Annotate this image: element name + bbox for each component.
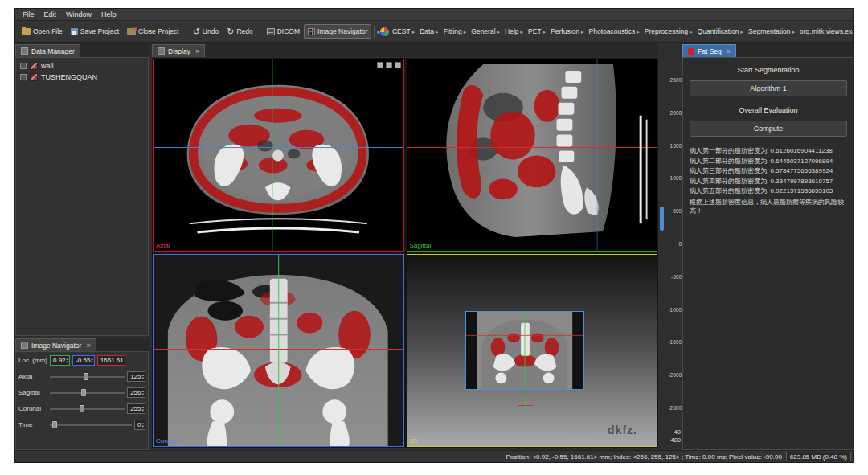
- lw-tick: 1500: [670, 143, 682, 149]
- spinner-arrows-icon[interactable]: ▴▾: [141, 422, 144, 428]
- undo-button[interactable]: ↺ Undo: [189, 24, 223, 39]
- fat-seg-tabbar: Fat Seg ×: [682, 43, 854, 57]
- image-navigator-button[interactable]: Image Navigator: [304, 24, 371, 39]
- level-value: 40: [670, 428, 681, 436]
- redo-button[interactable]: ↻ Redo: [223, 24, 257, 39]
- fat-seg-panel: Fat Seg × Start Segmentation Algorithm 1…: [682, 43, 854, 450]
- node-visibility-checkbox[interactable]: [20, 63, 27, 69]
- menu-bar: File Edit Window Help: [15, 9, 853, 21]
- toolbar-menu-preprocessing[interactable]: Preprocessing ▸: [641, 26, 694, 37]
- spinner-arrows-icon[interactable]: ▴▾: [67, 358, 69, 363]
- spinner-arrows-icon[interactable]: ▴▾: [141, 390, 144, 395]
- time-spinbox[interactable]: 0 ▴▾: [134, 420, 145, 430]
- algorithm-1-button[interactable]: Algorithm 1: [690, 80, 847, 96]
- location-label: Loc. (mm): [18, 357, 47, 364]
- sagittal-viewport[interactable]: Sagittal: [407, 59, 658, 252]
- coronal-slice-value: 255: [130, 405, 141, 412]
- dicom-button[interactable]: DICOM: [263, 24, 304, 39]
- threed-view-label: 3D: [410, 437, 418, 444]
- menu-label: Fitting: [444, 27, 462, 35]
- image-navigator-icon: [308, 28, 315, 35]
- compute-button[interactable]: Compute: [690, 121, 847, 137]
- toolbar-menu-pet[interactable]: PET ▸: [525, 26, 547, 37]
- location-x-spinbox[interactable]: 0.92 ▴▾: [50, 355, 70, 366]
- sagittal-slice-spinbox[interactable]: 256 ▴▾: [127, 387, 145, 398]
- tab-image-navigator[interactable]: Image Navigator ×: [15, 338, 96, 351]
- location-y-value: -0.55: [76, 357, 90, 364]
- axial-ct-image: [154, 59, 403, 251]
- coronal-slider[interactable]: [50, 404, 125, 413]
- toolbar-menu-example-views[interactable]: org.mitk.views.example... ▸: [796, 26, 853, 37]
- menu-file[interactable]: File: [18, 10, 39, 18]
- coronal-slider-row: Coronal 255 ▴▾: [18, 403, 145, 414]
- coronal-view-label: Coronal: [156, 437, 178, 444]
- axial-slice-spinbox[interactable]: 125 ▴▾: [127, 371, 145, 382]
- menu-edit[interactable]: Edit: [39, 10, 62, 18]
- threed-viewport[interactable]: MITK dkfz. 3D: [407, 254, 658, 447]
- overall-evaluation-title: Overall Evaluation: [690, 106, 847, 114]
- node-visibility-checkbox[interactable]: [20, 74, 27, 80]
- menu-label: org.mitk.views.example...: [800, 27, 853, 35]
- spinner-arrows-icon[interactable]: ▴▾: [91, 358, 93, 363]
- sagittal-ct-image: [407, 59, 657, 251]
- tab-fat-seg[interactable]: Fat Seg ×: [682, 44, 736, 57]
- close-icon[interactable]: ×: [86, 342, 90, 350]
- save-project-button[interactable]: Save Project: [67, 24, 123, 39]
- close-icon[interactable]: ×: [195, 47, 199, 55]
- level-window-handle[interactable]: [660, 207, 664, 231]
- view-category-icon[interactable]: [380, 27, 389, 36]
- mitk-logo: MITK: [568, 424, 599, 436]
- spinner-arrows-icon[interactable]: ▴▾: [141, 374, 144, 379]
- tab-display[interactable]: Display ×: [152, 44, 205, 57]
- sagittal-view-label: Sagittal: [410, 242, 432, 249]
- toolbar-menu-general[interactable]: General ▸: [468, 26, 502, 37]
- save-project-label: Save Project: [80, 27, 119, 35]
- toolbar-menu-photoacoustics[interactable]: Photoacoustics ▸: [586, 26, 641, 37]
- sagittal-slice-value: 256: [130, 389, 141, 396]
- toolbar-menu-help[interactable]: Help ▸: [502, 26, 525, 37]
- time-slider[interactable]: [50, 420, 132, 429]
- tab-data-manager[interactable]: Data Manager: [15, 44, 80, 57]
- menu-label: CEST: [392, 27, 411, 35]
- position-status-text: Position: <0.92, -0.55, 1661.61> mm; Ind…: [506, 453, 782, 461]
- time-slider-row: Time 0 ▴▾: [18, 420, 145, 430]
- image-node-icon: [30, 73, 38, 81]
- submenu-arrow-icon: ▸: [543, 29, 547, 35]
- submenu-arrow-icon: ▸: [521, 29, 524, 35]
- submenu-arrow-icon: ▸: [497, 29, 501, 35]
- open-file-button[interactable]: Open File: [18, 24, 67, 39]
- viewport-crosshair-icon[interactable]: [377, 62, 383, 68]
- coronal-slice-spinbox[interactable]: 255 ▴▾: [127, 403, 145, 414]
- menu-window[interactable]: Window: [61, 10, 96, 18]
- tree-item-tushengquan[interactable]: TUSHENGQUAN: [18, 72, 146, 83]
- display-tab-icon: [158, 47, 165, 55]
- toolbar-menu-perfusion[interactable]: Perfusion ▸: [547, 26, 585, 37]
- location-z-spinbox[interactable]: 1661.61: [97, 355, 125, 366]
- result-line: 病人第二部分的脂肪密度为: 0.6445037127096894: [690, 157, 847, 166]
- toolbar-menu-data[interactable]: Data ▸: [416, 26, 440, 37]
- menu-label: PET: [528, 27, 542, 35]
- coronal-slider-label: Coronal: [18, 405, 47, 412]
- coronal-ct-image: [154, 255, 403, 446]
- axial-viewport[interactable]: Axial: [153, 59, 404, 252]
- threed-slice-image[interactable]: [465, 311, 584, 390]
- tree-item-wall[interactable]: wall: [18, 60, 146, 72]
- menu-label: General: [471, 27, 495, 35]
- viewport-settings-icon[interactable]: [395, 62, 401, 68]
- location-y-spinbox[interactable]: -0.55 ▴▾: [72, 355, 95, 366]
- sagittal-slider[interactable]: [50, 388, 125, 397]
- toolbar-menu-fitting[interactable]: Fitting ▸: [440, 26, 469, 37]
- close-project-button[interactable]: Close Project: [123, 24, 183, 39]
- viewport-layout-icon[interactable]: [386, 62, 392, 68]
- result-line: 病人第五部分的脂肪密度为: 0.0221571536655105: [690, 186, 847, 196]
- lw-tick: -500: [671, 274, 682, 280]
- toolbar-menu-cest[interactable]: CEST ▸: [389, 26, 416, 37]
- spinner-arrows-icon[interactable]: ▴▾: [141, 406, 144, 412]
- toolbar-menu-segmentation[interactable]: Segmentation ▸: [745, 26, 796, 37]
- toolbar-menu-quantification[interactable]: Quantification ▸: [694, 26, 746, 37]
- axial-slider[interactable]: [50, 372, 125, 381]
- lw-tick: -1500: [668, 339, 682, 345]
- coronal-viewport[interactable]: Coronal: [153, 254, 404, 447]
- menu-help[interactable]: Help: [96, 10, 121, 18]
- close-icon[interactable]: ×: [727, 47, 731, 55]
